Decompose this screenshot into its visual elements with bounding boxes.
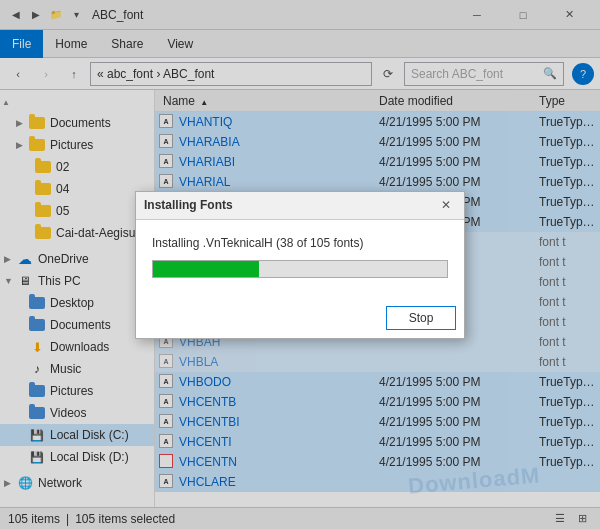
modal-overlay: Installing Fonts ✕ Installing .VnTeknica… [0,0,600,529]
modal-title: Installing Fonts [144,198,436,212]
modal-message: Installing .VnTeknicalH (38 of 105 fonts… [152,236,448,250]
modal-close-button[interactable]: ✕ [436,195,456,215]
modal-body: Installing .VnTeknicalH (38 of 105 fonts… [136,220,464,302]
progress-bar-fill [153,261,259,277]
modal-footer: Stop [136,302,464,338]
stop-button[interactable]: Stop [386,306,456,330]
progress-bar-container [152,260,448,278]
install-fonts-modal: Installing Fonts ✕ Installing .VnTeknica… [135,191,465,339]
modal-titlebar: Installing Fonts ✕ [136,192,464,220]
